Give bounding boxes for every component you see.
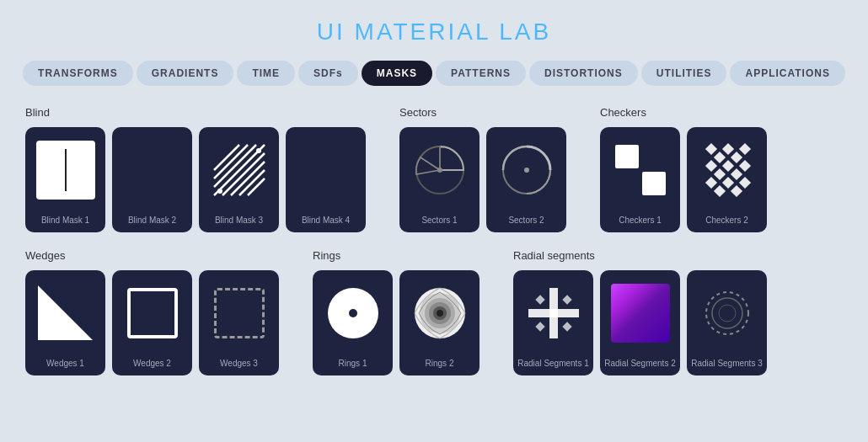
- wedges1-svg: [38, 285, 93, 340]
- radial-3-card[interactable]: Radial Segments 3: [687, 270, 767, 375]
- radial-2-card[interactable]: Radial Segments 2: [600, 270, 680, 375]
- sections-row-2: Wedges Wedges 1 Wedges 2: [25, 249, 843, 375]
- wedge3-shape: [214, 288, 265, 338]
- rings-2-visual: [399, 270, 480, 355]
- wedges-1-label: Wedges 1: [46, 359, 84, 369]
- blind-mask-2-card[interactable]: Blind Mask 2: [112, 127, 192, 232]
- checkers-2-label: Checkers 2: [705, 216, 748, 226]
- checkers-1-label: Checkers 1: [619, 216, 662, 226]
- wedges-1-visual: [25, 270, 105, 355]
- nav-distortions[interactable]: DISTORTIONS: [529, 61, 638, 86]
- nav-bar: TRANSFORMS GRADIENTS TIME SDFs MASKS PAT…: [0, 61, 868, 106]
- nav-utilities[interactable]: UTILITIES: [641, 61, 727, 86]
- rings2-svg: [410, 284, 469, 343]
- blind-mask-3-card[interactable]: Blind Mask 3: [199, 127, 279, 232]
- radial1-svg: [524, 284, 583, 343]
- svg-point-41: [437, 310, 443, 317]
- sectors1-svg: [410, 141, 469, 200]
- nav-time[interactable]: TIME: [237, 61, 295, 86]
- blind-cards: Blind Mask 1 Blind Mask 2: [25, 127, 366, 232]
- wedge2-shape: [127, 288, 178, 338]
- checkers2-svg: [698, 141, 757, 200]
- blind-mask-1-card[interactable]: Blind Mask 1: [25, 127, 105, 232]
- sectors-cards: Sectors 1 Sectors 2: [399, 127, 566, 232]
- nav-gradients[interactable]: GRADIENTS: [137, 61, 234, 86]
- section-checkers: Checkers Checkers 1: [600, 106, 767, 232]
- sections-row-1: Blind Blind Mask 1 Blind Mask 2: [25, 106, 843, 232]
- blind-mask-2-visual: [112, 127, 192, 212]
- svg-rect-16: [642, 145, 666, 168]
- wedges-1-card[interactable]: Wedges 1: [25, 270, 105, 375]
- checkers1-svg: [611, 141, 670, 200]
- blind-mask-4-visual: [286, 127, 366, 212]
- radial-1-label: Radial Segments 1: [517, 359, 589, 369]
- svg-rect-46: [535, 322, 544, 331]
- sectors-1-label: Sectors 1: [421, 216, 457, 226]
- sectors-1-card[interactable]: Sectors 1: [399, 127, 480, 232]
- svg-rect-17: [615, 172, 639, 195]
- wedges-2-card[interactable]: Wedges 2: [112, 270, 192, 375]
- section-wedges: Wedges Wedges 1 Wedges 2: [25, 249, 279, 375]
- wedges-3-visual: [199, 270, 279, 355]
- svg-rect-18: [642, 172, 666, 195]
- blind1-shape: [36, 141, 95, 200]
- nav-masks[interactable]: MASKS: [362, 61, 432, 86]
- radial-2-label: Radial Segments 2: [604, 359, 676, 369]
- sectors-title: Sectors: [399, 106, 566, 119]
- radial-title: Radial segments: [513, 249, 767, 262]
- blind-mask-3-visual: [199, 127, 279, 212]
- nav-applications[interactable]: APPLICATIONS: [730, 61, 844, 86]
- content: Blind Blind Mask 1 Blind Mask 2: [0, 106, 868, 392]
- nav-patterns[interactable]: PATTERNS: [436, 61, 526, 86]
- svg-rect-47: [562, 322, 571, 331]
- page-title: UI MATERIAL LAB: [0, 0, 868, 61]
- svg-point-9: [217, 189, 222, 194]
- blind3-svg: [210, 141, 269, 200]
- rings-2-card[interactable]: Rings 2: [399, 270, 480, 375]
- wedges-cards: Wedges 1 Wedges 2 Wedges 3: [25, 270, 279, 375]
- rings-1-visual: [313, 270, 393, 355]
- checkers-cards: Checkers 1: [600, 127, 767, 232]
- section-sectors: Sectors Sectors 1: [399, 106, 566, 232]
- radial-3-label: Radial Segments 3: [691, 359, 763, 369]
- wedges-2-label: Wedges 2: [133, 359, 171, 369]
- wedges-3-label: Wedges 3: [220, 359, 258, 369]
- svg-rect-45: [562, 295, 571, 304]
- radial-1-visual: [513, 270, 593, 355]
- sectors-1-visual: [399, 127, 480, 212]
- svg-rect-44: [535, 295, 544, 304]
- radial-cards: Radial Segments 1 Radial Segments 2: [513, 270, 767, 375]
- blind-mask-1-label: Blind Mask 1: [41, 216, 89, 226]
- svg-point-10: [256, 148, 261, 153]
- radial2-gradient: [611, 284, 670, 343]
- rings-2-label: Rings 2: [426, 359, 454, 369]
- sectors2-svg: [497, 141, 556, 200]
- svg-rect-43: [528, 309, 579, 317]
- svg-point-12: [437, 168, 442, 173]
- sectors-2-visual: [486, 127, 566, 212]
- radial-1-card[interactable]: Radial Segments 1: [513, 270, 593, 375]
- blind-mask-2-label: Blind Mask 2: [128, 216, 176, 226]
- wedges-3-card[interactable]: Wedges 3: [199, 270, 279, 375]
- blind-mask-1-visual: [25, 127, 105, 212]
- blind-mask-4-card[interactable]: Blind Mask 4: [286, 127, 366, 232]
- blind-mask-4-label: Blind Mask 4: [302, 216, 350, 226]
- sectors-2-card[interactable]: Sectors 2: [486, 127, 566, 232]
- checkers-1-card[interactable]: Checkers 1: [600, 127, 680, 232]
- section-rings: Rings Rings 1: [313, 249, 480, 375]
- rings-cards: Rings 1: [313, 270, 480, 375]
- rings-1-card[interactable]: Rings 1: [313, 270, 393, 375]
- checkers-2-card[interactable]: Checkers 2: [687, 127, 767, 232]
- wedges-title: Wedges: [25, 249, 279, 262]
- svg-rect-15: [615, 145, 639, 168]
- svg-point-50: [719, 305, 736, 322]
- radial-3-visual: [687, 270, 767, 355]
- checkers-title: Checkers: [600, 106, 767, 119]
- nav-sdfs[interactable]: SDFs: [298, 61, 358, 86]
- svg-marker-35: [38, 285, 93, 340]
- nav-transforms[interactable]: TRANSFORMS: [23, 61, 133, 86]
- rings-1-label: Rings 1: [339, 359, 367, 369]
- checkers-1-visual: [600, 127, 680, 212]
- rings-title: Rings: [313, 249, 480, 262]
- section-blind: Blind Blind Mask 1 Blind Mask 2: [25, 106, 366, 232]
